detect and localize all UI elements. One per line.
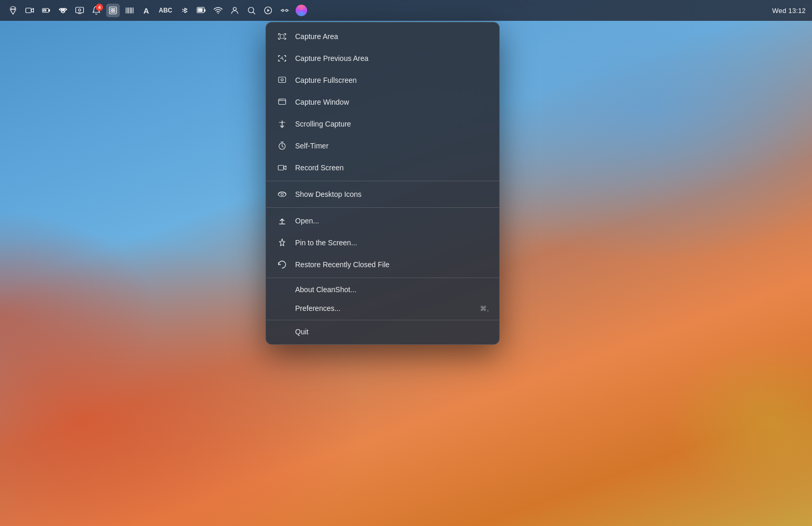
control-center-icon[interactable] <box>278 4 291 17</box>
svg-rect-24 <box>278 166 284 170</box>
menu-item-open[interactable]: Open... <box>266 210 499 232</box>
svg-point-26 <box>281 193 284 196</box>
menubar-left-icons: 4 A ABC <box>6 4 772 17</box>
menu-item-pin-to-screen[interactable]: Pin to the Screen... <box>266 232 499 254</box>
scrolling-capture-label: Scrolling Capture <box>295 120 489 128</box>
capture-area-icon <box>276 31 288 42</box>
about-label: About CleanShot... <box>295 285 489 294</box>
svg-point-0 <box>11 9 12 10</box>
svg-rect-5 <box>76 7 84 13</box>
svg-rect-16 <box>280 34 284 39</box>
facetime-icon[interactable] <box>23 4 36 17</box>
restore-recently-closed-label: Restore Recently Closed File <box>295 260 489 269</box>
show-desktop-icons-label: Show Desktop Icons <box>295 190 489 198</box>
self-timer-label: Self-Timer <box>295 142 489 150</box>
menu-item-self-timer[interactable]: Self-Timer <box>266 135 499 157</box>
menu-item-quit[interactable]: Quit <box>266 322 499 341</box>
capture-fullscreen-label: Capture Fullscreen <box>295 76 489 84</box>
self-timer-icon <box>276 140 288 152</box>
preferences-shortcut: ⌘, <box>480 305 489 312</box>
separator-1 <box>266 181 499 181</box>
pin-icon <box>276 237 288 248</box>
svg-point-10 <box>218 12 219 14</box>
siri-avatar-icon[interactable] <box>295 4 308 17</box>
separator-2 <box>266 207 499 208</box>
record-screen-label: Record Screen <box>295 164 489 172</box>
menu-item-capture-area[interactable]: Capture Area <box>266 26 499 47</box>
menubar: 4 A ABC <box>0 0 812 21</box>
play-icon[interactable] <box>261 4 275 17</box>
svg-point-12 <box>248 7 254 13</box>
battery-status-icon[interactable] <box>195 4 208 17</box>
svg-rect-7 <box>109 7 117 14</box>
menu-item-capture-previous-area[interactable]: Capture Previous Area <box>266 47 499 69</box>
pin-to-screen-label: Pin to the Screen... <box>295 239 489 247</box>
menu-item-capture-fullscreen[interactable]: Capture Fullscreen <box>266 69 499 91</box>
menu-item-restore-recently-closed[interactable]: Restore Recently Closed File <box>266 254 499 275</box>
menubar-time: Wed 13:12 <box>772 7 806 15</box>
scrolling-capture-icon <box>276 118 288 130</box>
menu-item-scrolling-capture[interactable]: Scrolling Capture <box>266 113 499 135</box>
notification-badge: 4 <box>96 4 103 11</box>
barcode-icon[interactable] <box>123 4 136 17</box>
menu-item-show-desktop-icons[interactable]: Show Desktop Icons <box>266 183 499 205</box>
menu-item-preferences[interactable]: Preferences... ⌘, <box>266 299 499 318</box>
separator-4 <box>266 320 499 320</box>
screen-record-icon[interactable] <box>73 4 86 17</box>
svg-point-1 <box>14 9 15 10</box>
capture-area-label: Capture Area <box>295 32 489 41</box>
notification-bell-icon[interactable]: 4 <box>90 4 103 17</box>
capture-window-label: Capture Window <box>295 98 489 106</box>
battery-app-icon[interactable] <box>40 4 53 17</box>
cleanshot-icon[interactable] <box>106 4 120 17</box>
menu-item-capture-window[interactable]: Capture Window <box>266 91 499 113</box>
svg-point-6 <box>79 9 81 11</box>
svg-rect-9 <box>198 8 202 12</box>
show-desktop-icons-icon <box>276 189 288 200</box>
capture-previous-area-icon <box>276 53 288 64</box>
capture-window-icon <box>276 96 288 108</box>
menu-item-record-screen[interactable]: Record Screen <box>266 157 499 179</box>
capture-previous-area-label: Capture Previous Area <box>295 54 489 62</box>
restore-icon <box>276 259 288 270</box>
capture-fullscreen-icon <box>276 74 288 86</box>
spotlight-icon[interactable] <box>245 4 258 17</box>
abc-icon[interactable]: ABC <box>156 4 175 17</box>
dropbox-icon[interactable] <box>56 4 70 17</box>
open-icon <box>276 215 288 227</box>
wifi-icon[interactable] <box>211 4 225 17</box>
foxshot-icon[interactable] <box>6 4 20 17</box>
menu-item-about[interactable]: About CleanShot... <box>266 280 499 299</box>
open-label: Open... <box>295 217 489 225</box>
separator-3 <box>266 278 499 278</box>
quit-label: Quit <box>295 328 489 336</box>
svg-point-21 <box>281 99 281 100</box>
menubar-right: Wed 13:12 <box>772 7 806 15</box>
user-icon[interactable] <box>228 4 242 17</box>
svg-point-22 <box>282 99 282 100</box>
svg-rect-17 <box>278 77 286 83</box>
svg-point-11 <box>233 7 236 10</box>
cleanshot-dropdown-menu: Capture Area Capture Previous Area Captu… <box>265 22 500 345</box>
svg-rect-2 <box>26 8 32 13</box>
bluetooth-icon[interactable] <box>178 4 192 17</box>
svg-point-20 <box>280 99 280 100</box>
record-screen-icon <box>276 162 288 173</box>
svg-point-18 <box>281 79 284 81</box>
preferences-label: Preferences... <box>295 304 473 312</box>
font-icon[interactable]: A <box>139 4 153 17</box>
